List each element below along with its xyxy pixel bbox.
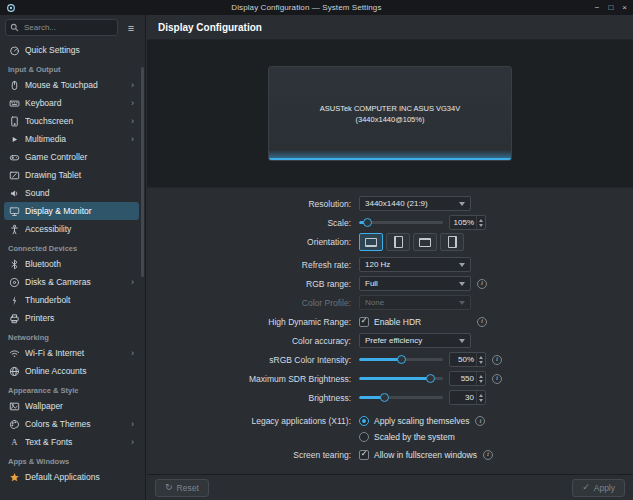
sidebar-item-default-applications[interactable]: Default Applications — [4, 468, 139, 486]
slider-handle[interactable] — [397, 355, 406, 364]
chevron-right-icon: › — [131, 116, 134, 126]
sidebar-item-text-fonts[interactable]: A Text & Fonts › — [4, 433, 139, 451]
sidebar-item-sound[interactable]: Sound — [4, 184, 139, 202]
search-input[interactable] — [22, 22, 113, 33]
maximize-button[interactable]: □ — [608, 4, 613, 12]
search-box[interactable] — [5, 19, 118, 36]
sidebar-item-multimedia[interactable]: Multimedia › — [4, 130, 139, 148]
legacy-x11-row-1: Legacy applications (X11): Apply scaling… — [147, 413, 633, 429]
sidebar-section-apps-windows: Apps & Windows — [4, 451, 139, 468]
sidebar-item-game-controller[interactable]: Game Controller — [4, 148, 139, 166]
sidebar-item-colors-themes[interactable]: Colors & Themes › — [4, 415, 139, 433]
bluetooth-icon — [8, 259, 20, 270]
mouse-icon — [8, 80, 20, 91]
brightness-slider[interactable] — [359, 390, 443, 405]
sidebar-item-wallpaper[interactable]: Wallpaper — [4, 397, 139, 415]
sidebar: ≡ Quick Settings Input & Output Mouse & … — [0, 15, 146, 500]
x11-apply-scaling-themselves-radio[interactable] — [359, 416, 369, 426]
rgb-range-select[interactable]: Full — [359, 276, 471, 291]
refresh-rate-row: Refresh rate: 120 Hz — [147, 255, 633, 274]
monitor-mode: (3440x1440@105%) — [356, 115, 425, 124]
sidebar-item-disks-cameras[interactable]: Disks & Cameras › — [4, 273, 139, 291]
sidebar-item-bluetooth[interactable]: Bluetooth — [4, 255, 139, 273]
info-icon[interactable]: i — [477, 317, 487, 327]
sidebar-item-mouse-touchpad[interactable]: Mouse & Touchpad › — [4, 76, 139, 94]
sidebar-item-thunderbolt[interactable]: Thunderbolt — [4, 291, 139, 309]
orientation-portrait-button[interactable] — [386, 233, 410, 251]
hdr-checkbox[interactable]: ✓ — [359, 317, 369, 327]
chevron-right-icon: › — [131, 277, 134, 287]
spin-down-icon[interactable] — [479, 224, 483, 227]
x11-scaled-by-system-label[interactable]: Scaled by the system — [374, 432, 455, 442]
chevron-down-icon — [459, 282, 465, 286]
orientation-landscape-button[interactable] — [359, 233, 383, 251]
max-sdr-brightness-slider[interactable] — [359, 371, 443, 386]
close-button[interactable]: × — [622, 4, 627, 12]
sidebar-item-online-accounts[interactable]: Online Accounts — [4, 362, 139, 380]
color-accuracy-select[interactable]: Prefer efficiency — [359, 333, 471, 348]
app-icon — [6, 3, 18, 13]
slider-handle[interactable] — [380, 393, 389, 402]
spin-down-icon[interactable] — [479, 380, 483, 383]
game-controller-icon — [8, 152, 20, 163]
screen-tearing-checkbox[interactable]: ✓ — [359, 450, 369, 460]
titlebar[interactable]: Display Configuration — System Settings … — [0, 0, 633, 15]
info-icon[interactable]: i — [492, 374, 502, 384]
display-settings-form: Resolution: 3440x1440 (21:9) Scale: 105% — [147, 188, 633, 474]
info-icon[interactable]: i — [492, 355, 502, 365]
spin-up-icon[interactable] — [479, 356, 483, 359]
sidebar-item-accessibility[interactable]: Accessibility — [4, 220, 139, 238]
spin-down-icon[interactable] — [479, 399, 483, 402]
sidebar-item-keyboard[interactable]: Keyboard › — [4, 94, 139, 112]
orientation-landscape-flipped-button[interactable] — [413, 233, 437, 251]
sidebar-item-printers[interactable]: Printers — [4, 309, 139, 327]
max-sdr-brightness-spinbox[interactable]: 550 — [449, 371, 486, 386]
x11-apply-scaling-themselves-label[interactable]: Apply scaling themselves — [374, 416, 469, 426]
sidebar-item-display-monitor[interactable]: Display & Monitor — [4, 202, 139, 220]
reset-button[interactable]: ↻ Reset — [155, 479, 209, 497]
apply-button[interactable]: ✓ Apply — [572, 479, 625, 497]
chevron-down-icon — [459, 202, 465, 206]
orientation-portrait-flipped-button[interactable] — [440, 233, 464, 251]
sidebar-item-touchscreen[interactable]: Touchscreen › — [4, 112, 139, 130]
screen-tearing-option-label[interactable]: Allow in fullscreen windows — [374, 450, 477, 460]
sidebar-item-drawing-tablet[interactable]: Drawing Tablet — [4, 166, 139, 184]
default-applications-icon — [8, 472, 20, 483]
sidebar-scrollbar[interactable] — [141, 67, 144, 277]
brightness-spinbox[interactable]: 30 — [449, 390, 486, 405]
color-profile-select[interactable]: None — [359, 295, 471, 310]
slider-handle[interactable] — [363, 218, 372, 227]
sidebar-section-networking: Networking — [4, 327, 139, 344]
scale-slider[interactable] — [359, 215, 443, 230]
hdr-option-label[interactable]: Enable HDR — [374, 317, 421, 327]
sidebar-item-label: Touchscreen — [25, 116, 126, 126]
spin-down-icon[interactable] — [479, 361, 483, 364]
sidebar-item-wifi-internet[interactable]: Wi-Fi & Internet › — [4, 344, 139, 362]
info-icon[interactable]: i — [483, 450, 493, 460]
minimize-button[interactable]: − — [595, 4, 600, 12]
refresh-rate-value: 120 Hz — [365, 260, 390, 269]
sidebar-item-label: Keyboard — [25, 98, 126, 108]
chevron-right-icon: › — [131, 348, 134, 358]
thunderbolt-icon — [8, 295, 20, 306]
scale-spinbox[interactable]: 105% — [449, 215, 486, 230]
refresh-rate-select[interactable]: 120 Hz — [359, 257, 471, 272]
color-profile-label: Color Profile: — [147, 298, 359, 308]
spin-up-icon[interactable] — [479, 219, 483, 222]
slider-handle[interactable] — [426, 374, 435, 383]
landscape-flipped-icon — [419, 238, 431, 247]
srgb-intensity-spinbox[interactable]: 50% — [449, 352, 486, 367]
monitor-preview[interactable]: ASUSTek COMPUTER INC ASUS VG34V (3440x14… — [268, 66, 512, 161]
info-icon[interactable]: i — [477, 279, 487, 289]
printers-icon — [8, 313, 20, 324]
menu-icon[interactable]: ≡ — [122, 19, 140, 36]
srgb-intensity-slider[interactable] — [359, 352, 443, 367]
rgb-range-label: RGB range: — [147, 279, 359, 289]
info-icon[interactable]: i — [475, 416, 485, 426]
spin-up-icon[interactable] — [479, 375, 483, 378]
spin-up-icon[interactable] — [479, 394, 483, 397]
x11-scaled-by-system-radio[interactable] — [359, 432, 369, 442]
sidebar-item-quick-settings[interactable]: Quick Settings — [4, 41, 139, 59]
sidebar-item-label: Wi-Fi & Internet — [25, 348, 126, 358]
resolution-select[interactable]: 3440x1440 (21:9) — [359, 196, 471, 211]
